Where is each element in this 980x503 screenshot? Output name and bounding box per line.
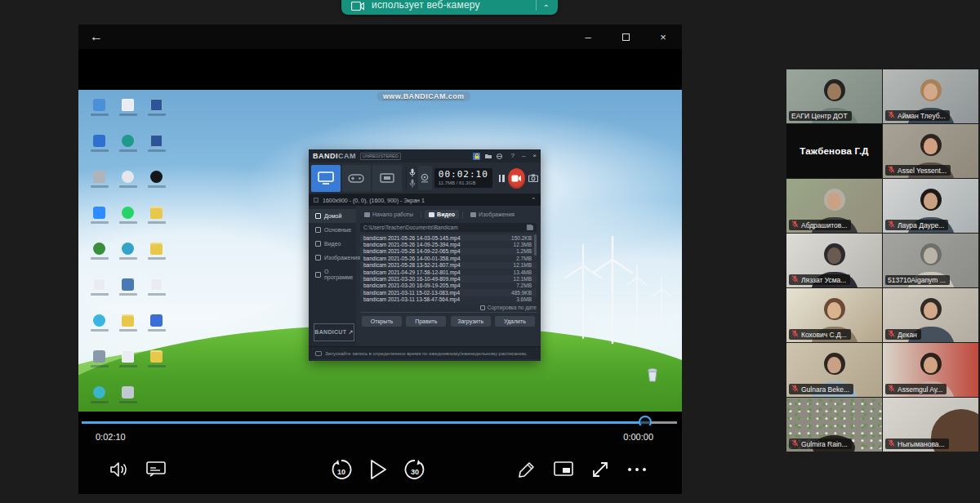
- desktop-icon-glyph: [122, 314, 134, 327]
- volume-button[interactable]: [102, 453, 135, 486]
- minimize-button[interactable]: –: [569, 24, 607, 49]
- file-row: bandicam 2021-05-26 14-00-01-358.mp42.7M…: [360, 255, 537, 261]
- desktop-icon-label: [119, 293, 137, 296]
- checkbox-icon: [314, 198, 318, 203]
- participant-label: Assel Yessent...: [885, 165, 951, 176]
- camera-icon: [351, 2, 364, 11]
- file-name: bandicam 2021-03-11 15-02-13-083.mp4: [363, 290, 460, 296]
- play-button[interactable]: [362, 453, 394, 486]
- captions-button[interactable]: [140, 453, 172, 486]
- participant-label: Ныгыманова...: [885, 438, 949, 449]
- desktop-icon: [114, 96, 142, 132]
- participant-label: Абдрашитов...: [789, 220, 851, 230]
- participant-face: [924, 302, 938, 318]
- participant-tile[interactable]: Assel Yessent...: [883, 124, 978, 178]
- bandicam-content: Начало работыВидеоИзображения C:\Users\T…: [356, 206, 541, 346]
- participant-tile[interactable]: 513710Aiganym ...: [883, 234, 978, 287]
- desktop-icon-label: [119, 365, 137, 367]
- desktop-icon-label: [148, 114, 166, 116]
- mic-settings-icons: [409, 168, 416, 188]
- desktop-icon-glyph: [150, 207, 163, 219]
- bandicam-tab-1: Начало работы: [360, 210, 417, 219]
- desktop-icon: [85, 384, 114, 412]
- participants-grid: ЕАГИ Центр ДОТАйман Тлеуб...Тажбенова Г.…: [786, 69, 978, 452]
- rewind-10-button[interactable]: 10: [325, 453, 358, 486]
- forward-30-label: 30: [399, 468, 431, 476]
- mic-muted-icon: [888, 220, 895, 229]
- file-row: bandicam 2021-05-26 14-09-25-394.mp412.3…: [360, 241, 537, 247]
- letterbox: [78, 49, 682, 90]
- desktop-icon-glyph: [93, 207, 105, 219]
- desktop-icon-label: [148, 293, 166, 296]
- file-row: bandicam 2021-03-11 13-58-47-564.mp43.6M…: [360, 296, 537, 303]
- desktop-icon-label: [91, 401, 109, 403]
- bandicam-menu-1: Домой: [309, 209, 356, 223]
- participant-tile[interactable]: Gulmira Rain...: [786, 398, 882, 452]
- participant-tile[interactable]: Айман Тлеуб...: [883, 69, 978, 123]
- bandicam-tabs: Начало работыВидеоИзображения: [360, 208, 537, 220]
- desktop-icon: [114, 168, 142, 204]
- game-recording-tab: [342, 165, 372, 192]
- participant-tile[interactable]: Ныгыманова...: [883, 398, 978, 452]
- seek-bar[interactable]: [78, 419, 682, 425]
- file-size: 150.2KB: [511, 235, 532, 241]
- forward-30-button[interactable]: 30: [399, 453, 431, 486]
- webcam-notification[interactable]: использует веб-камеру ⌃: [341, 0, 558, 15]
- mic-muted-icon: [888, 439, 895, 448]
- remaining-time: 0:00:00: [623, 432, 653, 442]
- menu-item-icon: [315, 227, 321, 233]
- file-size: 7.2MB: [516, 283, 532, 288]
- back-button[interactable]: ←: [90, 30, 103, 43]
- participant-name-card: Тажбенова Г.Д: [786, 124, 882, 178]
- participant-tile[interactable]: ЕАГИ Центр ДОТ: [786, 69, 882, 123]
- desktop-icon-label: [148, 329, 166, 332]
- participant-tile[interactable]: Лаура Дауре...: [883, 179, 978, 233]
- desktop-icon-label: [119, 221, 137, 224]
- participant-tile[interactable]: Кохович С.Д...: [786, 288, 882, 342]
- tab-label: Начало работы: [372, 211, 413, 217]
- participant-name: Assel Yessent...: [898, 167, 947, 175]
- video-frame[interactable]: www.BANDICAM.com: [78, 90, 682, 412]
- participant-tile[interactable]: Ляззат Усма...: [786, 234, 882, 287]
- capture-target-bar: 1600x900 - (0, 0), (1600, 900) - Экран 1…: [309, 194, 541, 206]
- desktop-icon-label: [91, 257, 109, 260]
- maximize-button[interactable]: [607, 24, 644, 49]
- bandicam-menu-3: Видео: [309, 237, 356, 251]
- file-name: bandicam 2021-04-29 17-58-12-801.mp4: [363, 269, 461, 275]
- tab-label: Изображения: [479, 211, 514, 217]
- participant-tile[interactable]: Assemgul Ay...: [883, 343, 978, 397]
- participant-face: [924, 138, 938, 154]
- file-size: 1.2MB: [516, 248, 532, 254]
- screen-recording-tab: [311, 165, 341, 192]
- bandicut-promo: BANDICUT ↗: [314, 323, 354, 341]
- webcam-overlay-icon: [418, 166, 432, 190]
- chevron-up-icon[interactable]: ⌃: [543, 3, 550, 12]
- more-options-button[interactable]: [621, 453, 653, 486]
- file-name: bandicam 2021-05-26 14-09-25-394.mp4: [363, 242, 461, 247]
- file-row: bandicam 2021-03-11 15-02-13-083.mp4485.…: [360, 289, 537, 296]
- mini-player-button[interactable]: [547, 453, 580, 486]
- participant-tile[interactable]: Абдрашитов...: [786, 179, 882, 233]
- device-recording-tab: [372, 165, 402, 192]
- participant-tile[interactable]: Тажбенова Г.Д: [786, 124, 882, 178]
- participant-name: Assemgul Ay...: [898, 385, 942, 394]
- toolbar-separator: [406, 167, 407, 189]
- participant-face: [827, 83, 841, 100]
- menu-item-icon: [315, 213, 321, 219]
- fullscreen-button[interactable]: [584, 453, 617, 486]
- desktop-icon: [142, 204, 171, 240]
- menu-item-label: Домой: [324, 213, 341, 219]
- tab-separator: [421, 211, 421, 218]
- file-name: bandicam 2021-03-11 13-58-47-564.mp4: [363, 296, 460, 302]
- desktop-icon: [114, 240, 142, 276]
- participant-label: 513710Aiganym ...: [885, 275, 950, 285]
- desktop-icon-label: [119, 114, 137, 116]
- close-button[interactable]: ×: [644, 24, 682, 49]
- participant-tile[interactable]: Декан: [883, 288, 978, 342]
- bandicam-close-icon: ×: [532, 153, 537, 159]
- edit-button[interactable]: [510, 453, 543, 486]
- participant-tile[interactable]: Gulnara Beke...: [786, 343, 882, 397]
- desktop-icon-glyph: [122, 135, 134, 147]
- desktop-icon-glyph: [122, 386, 134, 398]
- bandicam-sidebar: ДомойОсновныеВидеоИзображенияО программе…: [309, 206, 356, 346]
